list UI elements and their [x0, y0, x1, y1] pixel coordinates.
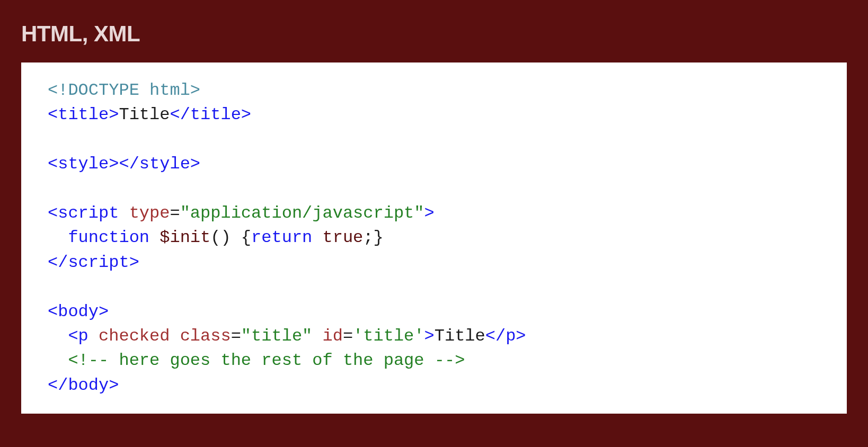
- code-tag-open: <body>: [48, 302, 109, 321]
- code-keyword: return: [251, 228, 312, 247]
- code-doctype: <!DOCTYPE html>: [48, 81, 200, 100]
- code-indent: [48, 326, 68, 346]
- code-tag-open: <script: [48, 203, 119, 223]
- code-space: [170, 326, 180, 346]
- code-attr-value: 'title': [353, 326, 424, 346]
- code-attr-name: type: [129, 203, 170, 223]
- code-attr-name: checked: [99, 326, 170, 346]
- code-text: Title: [119, 105, 170, 124]
- code-space: [88, 326, 99, 346]
- code-punct: =: [170, 203, 180, 223]
- code-punct: ;}: [363, 228, 383, 247]
- code-tag-close: >: [424, 203, 435, 223]
- code-space: [312, 326, 322, 346]
- code-attr-value: "title": [241, 326, 312, 346]
- code-comment: <!-- here goes the rest of the page -->: [68, 351, 465, 370]
- code-punct: (): [210, 228, 231, 247]
- code-block: <!DOCTYPE html> <title>Title</title> <st…: [21, 62, 847, 414]
- code-attr-name: id: [322, 326, 342, 346]
- code-punct: =: [343, 326, 353, 346]
- code-punct: {: [241, 228, 251, 247]
- code-tag-open: <style>: [48, 154, 119, 174]
- code-attr-value: "application/javascript": [180, 203, 424, 223]
- code-bool: true: [322, 228, 363, 247]
- code-indent: [48, 228, 68, 247]
- code-indent: [48, 351, 68, 370]
- code-tag-close: </body>: [48, 376, 119, 395]
- code-tag-close: </p>: [485, 326, 526, 346]
- code-tag-close: </title>: [170, 105, 251, 124]
- code-attr-name: class: [180, 326, 231, 346]
- code-keyword: function: [68, 228, 149, 247]
- code-tag-close: </style>: [119, 154, 200, 174]
- code-tag-open: <title>: [48, 105, 119, 124]
- code-tag-close: ipt>: [99, 253, 139, 272]
- code-tag-close: >: [424, 326, 435, 346]
- code-punct: =: [231, 326, 241, 346]
- section-heading: HTML, XML: [21, 21, 847, 47]
- code-text: Title: [435, 326, 485, 346]
- code-func-name: $init: [160, 228, 210, 247]
- code-space: [312, 228, 322, 247]
- code-space: [149, 228, 160, 247]
- code-tag-close: </scr: [48, 253, 99, 272]
- code-tag-open: <p: [68, 326, 88, 346]
- code-space: [231, 228, 241, 247]
